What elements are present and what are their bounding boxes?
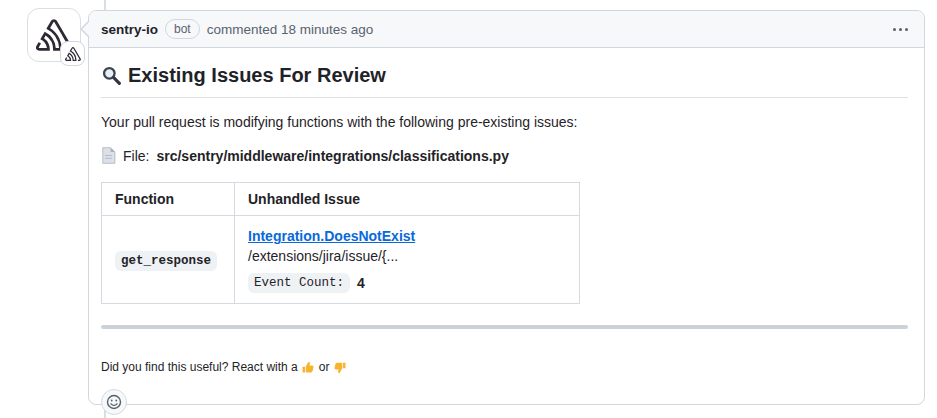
table-row: get_response Integration.DoesNotExist /e… [102,216,580,304]
thumbs-down-icon [333,361,346,374]
section-title-text: Existing Issues For Review [128,64,386,87]
kebab-menu-button[interactable] [891,22,910,37]
thumbs-up-icon [302,361,315,374]
issue-line: Integration.DoesNotExist /extensions/jir… [248,226,566,266]
feedback-prompt-text: Did you find this useful? React with a [101,360,298,374]
intro-text: Your pull request is modifying functions… [101,114,908,130]
comment-card: sentry-io bot commented 18 minutes ago E… [88,10,925,405]
file-line: File: src/sentry/middleware/integrations… [101,147,908,164]
author-link[interactable]: sentry-io [101,22,158,37]
function-cell: get_response [102,216,235,304]
comment-body: Existing Issues For Review Your pull req… [89,48,924,415]
feedback-prompt: Did you find this useful? React with a o… [101,360,908,374]
issues-table: Function Unhandled Issue get_response In… [101,182,580,304]
avatar-bot-badge [60,41,85,66]
column-header-function: Function [102,183,235,216]
comment-timestamp[interactable]: commented 18 minutes ago [207,22,374,37]
feedback-prompt-or: or [319,360,330,374]
file-icon [101,147,116,164]
divider [101,325,908,329]
function-name: get_response [115,251,217,271]
bot-badge: bot [165,19,200,39]
column-header-issue: Unhandled Issue [235,183,580,216]
add-reaction-button[interactable] [101,389,127,415]
sentry-logo-mini-icon [65,47,81,61]
event-count-label: Event Count: [248,273,350,293]
comment-header: sentry-io bot commented 18 minutes ago [89,11,924,48]
file-path: src/sentry/middleware/integrations/class… [156,148,508,164]
search-icon [101,65,122,86]
issue-link[interactable]: Integration.DoesNotExist [248,228,415,244]
section-title: Existing Issues For Review [101,64,908,98]
event-count-value: 4 [357,275,365,291]
smiley-icon [106,394,122,410]
table-header-row: Function Unhandled Issue [102,183,580,216]
issue-location: /extensions/jira/issue/{... [248,248,398,264]
file-label: File: [123,148,149,164]
event-count-line: Event Count: 4 [248,273,566,293]
issue-cell: Integration.DoesNotExist /extensions/jir… [235,216,580,304]
